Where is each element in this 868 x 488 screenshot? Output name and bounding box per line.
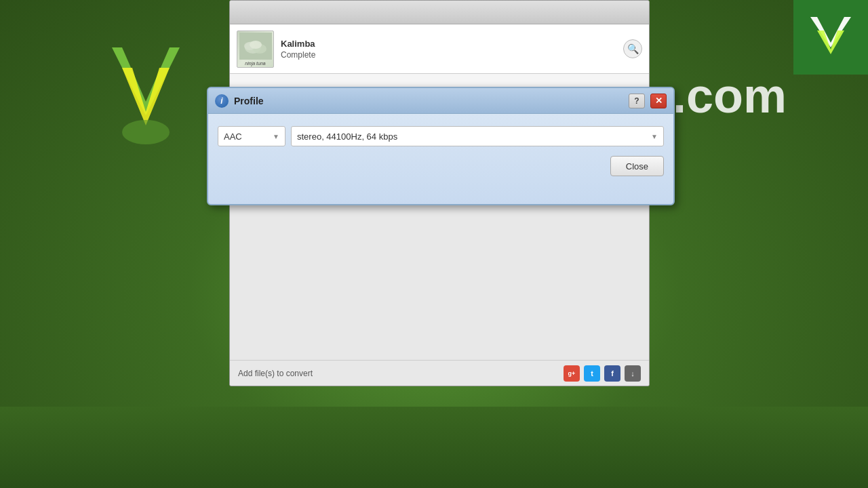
dialog-content: AAC ▼ stereo, 44100Hz, 64 kbps ▼ Close [208, 114, 673, 186]
settings-dropdown-arrow: ▼ [651, 133, 658, 140]
dialog-info-icon: i [215, 94, 229, 108]
dialog-close-x-button[interactable]: ✕ [650, 94, 667, 108]
file-thumbnail: ninja tuna [237, 30, 274, 68]
codec-dropdown[interactable]: AAC ▼ [218, 126, 285, 146]
logo-right-box [793, 0, 868, 75]
svg-point-2 [122, 120, 170, 144]
file-status: Complete [281, 50, 616, 60]
svg-marker-0 [112, 47, 180, 115]
dot-com-text: .com [673, 68, 787, 123]
svg-point-9 [250, 41, 262, 49]
dialog-icon-label: i [220, 96, 222, 106]
codec-value: AAC [224, 131, 242, 142]
svg-marker-4 [817, 30, 844, 54]
settings-value: stereo, 44100Hz, 64 kbps [297, 131, 397, 142]
svg-marker-3 [810, 17, 851, 47]
dialog-actions: Close [218, 156, 664, 176]
google-plus-button[interactable]: g+ [564, 365, 580, 382]
main-window-titlebar [230, 1, 649, 24]
codec-dropdown-arrow: ▼ [273, 133, 279, 140]
thumbnail-label: ninja tuna [245, 61, 265, 66]
dialog-settings-row: AAC ▼ stereo, 44100Hz, 64 kbps ▼ [218, 126, 664, 146]
file-list: ninja tuna Kalimba Complete 🔍 [230, 24, 649, 74]
bg-bottom [0, 407, 868, 488]
svg-marker-1 [122, 68, 170, 125]
logo-right-chevron [807, 10, 854, 64]
social-icons: g+ t f ↓ [564, 365, 641, 382]
close-button[interactable]: Close [610, 156, 664, 176]
profile-dialog: i Profile ? ✕ AAC ▼ stereo, 44100Hz, 64 … [207, 87, 675, 205]
thumbnail-art [239, 33, 272, 60]
file-info: Kalimba Complete [281, 39, 616, 60]
logo-left-chevron [105, 34, 186, 169]
dialog-titlebar: i Profile ? ✕ [208, 88, 673, 114]
status-text: Add file(s) to convert [238, 369, 313, 378]
dialog-title: Profile [234, 96, 623, 106]
settings-dropdown[interactable]: stereo, 44100Hz, 64 kbps ▼ [291, 126, 664, 146]
dialog-help-button[interactable]: ? [629, 94, 645, 108]
close-x-icon: ✕ [655, 96, 663, 106]
status-bar: Add file(s) to convert g+ t f ↓ [230, 360, 649, 386]
file-search-button[interactable]: 🔍 [623, 39, 642, 58]
twitter-button[interactable]: t [584, 365, 600, 382]
download-button[interactable]: ↓ [625, 365, 641, 382]
facebook-button[interactable]: f [604, 365, 620, 382]
file-item: ninja tuna Kalimba Complete 🔍 [230, 24, 649, 73]
file-name: Kalimba [281, 39, 616, 49]
search-icon: 🔍 [627, 43, 639, 54]
